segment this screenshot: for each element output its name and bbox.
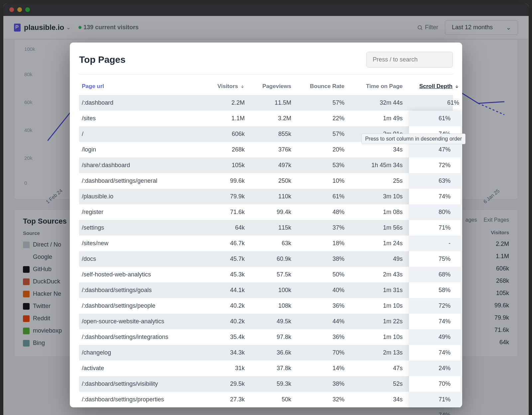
table-row[interactable]: /sites1.1M3.2M22%1m 49s74% [79, 111, 453, 126]
cell-scroll-depth: 72% [403, 287, 459, 294]
cell-time: 1m 10s [344, 334, 403, 341]
cell-url: /:dashboard/settings/general [82, 177, 198, 184]
col-pageviews[interactable]: Pageviews [245, 83, 291, 90]
cell-url: /changelog [82, 349, 198, 356]
col-bounce-rate[interactable]: Bounce Rate [291, 83, 344, 90]
cell-time: 1m 08s [344, 209, 403, 216]
cell-scroll-depth: 24% [403, 349, 459, 356]
cell-url: /:dashboard/settings/goals [82, 287, 198, 294]
cell-time: 1m 10s [344, 302, 403, 309]
cell-scroll-depth: 72% [403, 146, 459, 153]
table-row[interactable]: /sites/new46.7k63k18%1m 24s75% [79, 236, 453, 251]
cell-visitors: 40.2k [198, 302, 245, 309]
cell-pageviews: 63k [245, 240, 291, 247]
cell-time: 1m 56s [344, 224, 403, 231]
cell-visitors: 46.7k [198, 240, 245, 247]
cell-pageviews: 100k [245, 287, 291, 294]
cell-visitors: 71.6k [198, 209, 245, 216]
cell-scroll-depth: 71% [403, 209, 459, 216]
cell-pageviews: 49.5k [245, 318, 291, 325]
table-row[interactable]: /login268k376k20%34s72% [79, 142, 453, 157]
col-time-on-page[interactable]: Time on Page [344, 83, 403, 90]
cell-time: 3m 10s [344, 193, 403, 200]
cell-url: /:dashboard/settings/properties [82, 396, 198, 403]
table-row[interactable]: /self-hosted-web-analytics45.3k57.5k50%2… [79, 267, 453, 282]
cell-url: /plausible.io [82, 193, 198, 200]
arrow-down-icon [455, 84, 459, 89]
cell-scroll-depth: 74% [403, 302, 459, 309]
col-scroll-depth[interactable]: Scroll Depth [403, 83, 459, 90]
cell-visitors: 45.3k [198, 271, 245, 278]
cell-time: 34s [344, 146, 403, 153]
table-row[interactable]: /:dashboard/settings/properties27.3k50k3… [79, 392, 453, 407]
cell-scroll-depth: 80% [403, 193, 459, 200]
cell-visitors: 27.3k [198, 396, 245, 403]
table-row[interactable]: /register71.6k99.4k48%1m 08s71% [79, 204, 453, 220]
search-input[interactable] [366, 52, 453, 67]
cell-scroll-depth: 74% [403, 177, 459, 184]
cell-scroll-depth: 74% [403, 334, 459, 341]
cell-time: 1m 24s [344, 240, 403, 247]
cell-time: 34s [344, 396, 403, 403]
cell-scroll-depth: 74% [403, 396, 459, 403]
cell-bounce: 57% [291, 131, 344, 138]
cell-pageviews: 497k [245, 162, 291, 169]
cell-visitors: 79.9k [198, 193, 245, 200]
table-row[interactable]: /plausible.io79.9k110k61%3m 10s80% [79, 189, 453, 204]
cell-pageviews: 3.2M [245, 115, 291, 122]
cell-pageviews: 57.5k [245, 271, 291, 278]
cell-bounce: 57% [291, 99, 344, 106]
table-row[interactable]: /:dashboard/settings/visibility29.5k59.3… [79, 376, 453, 392]
cell-pageviews: 50k [245, 396, 291, 403]
table-row[interactable]: /activate31k37.8k14%47s70% [79, 361, 453, 376]
cell-url: /settings [82, 224, 198, 231]
cell-bounce: 50% [291, 271, 344, 278]
cell-pageviews: 115k [245, 224, 291, 231]
cell-url: /:dashboard/settings/integrations [82, 334, 198, 341]
table-row[interactable]: /:dashboard/settings/general99.6k250k10%… [79, 173, 453, 189]
cell-bounce: 37% [291, 224, 344, 231]
cell-url: /self-hosted-web-analytics [82, 271, 198, 278]
table-row[interactable]: /docs45.7k60.9k38%49s68% [79, 251, 453, 267]
cell-visitors: 105k [198, 162, 245, 169]
table-row[interactable]: /:dashboard/settings/goals44.1k100k40%1m… [79, 282, 453, 298]
cell-pageviews: 37.8k [245, 365, 291, 372]
cell-url: /docs [82, 256, 198, 262]
cell-bounce: 10% [291, 177, 344, 184]
table-row[interactable]: /:dashboard/settings/integrations35.4k97… [79, 329, 453, 345]
cell-visitors: 2.2M [198, 99, 245, 106]
cell-scroll-depth: 58% [403, 271, 459, 278]
cell-url: /sites/new [82, 240, 198, 247]
cell-scroll-depth: 49% [403, 318, 459, 325]
sort-tooltip: Press to sort column in descending order [361, 134, 466, 144]
cell-bounce: 36% [291, 302, 344, 309]
cell-time: 47s [344, 365, 403, 372]
cell-scroll-depth: 75% [403, 240, 459, 247]
cell-visitors: 34.3k [198, 349, 245, 356]
cell-time: 1m 31s [344, 287, 403, 294]
cell-visitors: 44.1k [198, 287, 245, 294]
col-visitors[interactable]: Visitors [198, 83, 245, 90]
cell-time: 25s [344, 177, 403, 184]
cell-visitors: 64k [198, 224, 245, 231]
table-row[interactable]: /:dashboard2.2M11.5M57%32m 44s61% [79, 95, 453, 111]
table-row[interactable]: /share/:dashboard105k497k53%1h 45m 34s63… [79, 157, 453, 173]
cell-pageviews: 97.8k [245, 334, 291, 341]
arrow-down-icon [240, 84, 245, 89]
cell-bounce: 20% [291, 146, 344, 153]
cell-bounce: 32% [291, 396, 344, 403]
cell-scroll-depth: 61% [403, 99, 459, 106]
cell-time: 49s [344, 256, 403, 262]
pages-table: Page url Visitors Pageviews Bounce Rate … [79, 74, 453, 407]
cell-pageviews: 108k [245, 302, 291, 309]
cell-url: /open-source-website-analytics [82, 318, 198, 325]
cell-bounce: 61% [291, 193, 344, 200]
cell-visitors: 268k [198, 146, 245, 153]
table-row[interactable]: /changelog34.3k36.6k70%2m 13s24% [79, 345, 453, 361]
table-row[interactable]: /settings64k115k37%1m 56s- [79, 220, 453, 236]
cell-pageviews: 36.6k [245, 349, 291, 356]
cell-pageviews: 99.4k [245, 209, 291, 216]
table-row[interactable]: /open-source-website-analytics40.2k49.5k… [79, 314, 453, 329]
table-row[interactable]: /:dashboard/settings/people40.2k108k36%1… [79, 298, 453, 314]
cell-visitors: 40.2k [198, 318, 245, 325]
